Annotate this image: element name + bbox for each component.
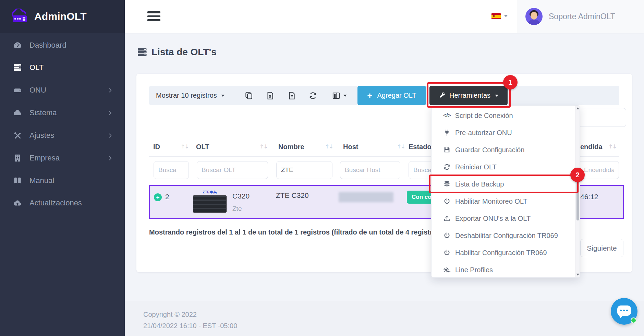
- sidebar-item-actualizaciones[interactable]: Actualizaciones: [0, 195, 125, 211]
- menu-item-label: Reiniciar OLT: [455, 163, 497, 171]
- scroll-up-icon[interactable]: [576, 107, 579, 109]
- menu-item-preautorizar-onu[interactable]: Pre-autorizar ONU: [432, 124, 580, 141]
- user-menu[interactable]: Soporte AdminOLT: [518, 0, 644, 33]
- expand-row-button[interactable]: +: [154, 193, 162, 201]
- page-title: Lista de OLT's: [137, 47, 217, 58]
- power-icon: [443, 232, 451, 239]
- chat-widget-button[interactable]: [611, 298, 637, 325]
- footer-copyright: Copyright © 2022: [143, 311, 197, 319]
- book-icon: [13, 176, 22, 185]
- chat-dots: [620, 310, 628, 311]
- cloud-icon: [13, 108, 22, 117]
- annotation-step-2: 2: [570, 168, 585, 182]
- chevron-down-icon: [221, 95, 224, 97]
- menu-item-habilitar-tr069[interactable]: Habilitar Configuración TR069: [432, 244, 580, 261]
- sidebar-item-dashboard[interactable]: Dashboard: [0, 37, 125, 53]
- page-length-select[interactable]: Mostrar 10 registros: [156, 86, 224, 105]
- menu-item-line-profiles[interactable]: Line Profiles: [432, 261, 580, 278]
- plus-icon: +: [367, 91, 372, 100]
- annotation-step-1: 1: [503, 75, 518, 89]
- building-icon: [13, 154, 22, 163]
- add-olt-button[interactable]: + Agregar OLT: [357, 86, 426, 105]
- sidebar-item-label: Manual: [29, 176, 54, 185]
- sidebar-item-sistema[interactable]: Sistema: [0, 105, 125, 121]
- power-icon: [443, 197, 451, 205]
- column-header-nombre[interactable]: Nombre: [278, 140, 304, 154]
- sort-icon[interactable]: ↑↓: [259, 140, 267, 154]
- sidebar-item-label: Actualizaciones: [29, 199, 82, 207]
- cloud-upload-icon: [13, 199, 22, 207]
- sidebar-item-ajustes[interactable]: Ajustes: [0, 127, 125, 144]
- sidebar-item-empresa[interactable]: Empresa: [0, 150, 125, 166]
- table-summary: Mostrando registros del 1 al 1 de un tot…: [149, 228, 443, 236]
- row-id: 2: [165, 193, 169, 201]
- next-page-button[interactable]: Siguiente: [580, 239, 623, 257]
- hamburger-icon[interactable]: [147, 11, 160, 23]
- sidebar: AdminOLT Dashboard OLT ONU Sistema Ajust…: [0, 0, 125, 336]
- copy-icon[interactable]: [244, 86, 253, 105]
- code-icon: </>: [443, 112, 451, 119]
- sidebar-item-label: Dashboard: [29, 41, 66, 50]
- menu-item-label: Guardar Configuración: [455, 146, 524, 154]
- menu-item-exportar-onus[interactable]: Exportar ONU's a la OLT: [432, 210, 580, 227]
- add-olt-label: Agregar OLT: [377, 92, 416, 99]
- row-nombre: ZTE C320: [276, 191, 309, 200]
- wrench-icon: [439, 92, 446, 99]
- sort-icon[interactable]: ↑↓: [181, 140, 189, 154]
- file-icon[interactable]: [287, 86, 296, 105]
- sidebar-item-label: ONU: [29, 86, 46, 95]
- column-header-estado[interactable]: Estado: [409, 140, 432, 154]
- cloud-router-icon: [9, 9, 31, 24]
- columns-icon[interactable]: [332, 86, 347, 105]
- menu-item-habilitar-monitoreo[interactable]: Habilitar Monitoreo OLT: [432, 193, 580, 210]
- database-icon: [443, 180, 451, 188]
- sidebar-item-label: Ajustes: [29, 131, 54, 140]
- menu-item-label: Habilitar Monitoreo OLT: [455, 197, 527, 205]
- menu-item-script-conexion[interactable]: </> Script de Conexión: [432, 107, 580, 124]
- menu-item-lista-de-backup[interactable]: Lista de Backup: [432, 176, 580, 193]
- user-name: Soporte AdminOLT: [549, 12, 615, 21]
- menu-item-reiniciar-olt[interactable]: Reiniciar OLT: [432, 158, 580, 176]
- online-status-dot: [631, 317, 636, 323]
- language-selector[interactable]: [491, 13, 508, 19]
- device-brand-label: ZTE中兴: [203, 190, 217, 194]
- column-header-host[interactable]: Host: [343, 140, 358, 154]
- gears-icon: [443, 266, 451, 274]
- sidebar-item-olt[interactable]: OLT: [0, 59, 125, 76]
- chevron-right-icon: [107, 155, 113, 161]
- filter-olt-input[interactable]: [197, 161, 268, 179]
- sort-icon[interactable]: ↑↓: [608, 140, 616, 154]
- filter-host-input[interactable]: [340, 161, 400, 179]
- dropdown-scrollbar[interactable]: [575, 106, 580, 277]
- olt-device-image: ZTE中兴: [193, 189, 227, 213]
- filter-nombre-input[interactable]: [276, 161, 332, 179]
- sidebar-item-label: Empresa: [29, 154, 60, 163]
- sort-icon[interactable]: ↑↓: [325, 140, 333, 154]
- chevron-right-icon: [107, 133, 113, 139]
- brand[interactable]: AdminOLT: [0, 0, 125, 33]
- power-icon: [443, 249, 451, 256]
- sidebar-item-manual[interactable]: Manual: [0, 172, 125, 189]
- server-icon: [13, 63, 22, 72]
- sort-icon[interactable]: ↑↓: [397, 140, 405, 154]
- column-header-olt[interactable]: OLT: [196, 140, 209, 154]
- scroll-down-icon[interactable]: [576, 274, 579, 276]
- upload-icon: [443, 215, 451, 222]
- sidebar-item-label: Sistema: [29, 108, 57, 117]
- chevron-right-icon: [107, 87, 113, 93]
- sidebar-item-onu[interactable]: ONU: [0, 82, 125, 98]
- footer-datetime: 21/04/2022 16:10 - EST -05:00: [143, 322, 237, 330]
- refresh-icon[interactable]: [308, 86, 317, 105]
- column-header-id[interactable]: ID: [153, 140, 160, 154]
- excel-icon[interactable]: [266, 86, 275, 105]
- filter-id-input[interactable]: [154, 161, 189, 179]
- menu-item-deshabilitar-tr069[interactable]: Deshabilitar Configuración TR069: [432, 227, 580, 244]
- menu-item-guardar-configuracion[interactable]: Guardar Configuración: [432, 141, 580, 158]
- brand-name: AdminOLT: [34, 11, 87, 22]
- gauge-icon: [13, 41, 22, 50]
- menu-item-label: Deshabilitar Configuración TR069: [455, 232, 558, 240]
- row-olt-vendor: Zte: [232, 205, 242, 213]
- row-olt-model: C320: [232, 192, 250, 200]
- chevron-down-icon: [495, 95, 498, 97]
- tools-dropdown-button[interactable]: Herramientas: [429, 86, 508, 105]
